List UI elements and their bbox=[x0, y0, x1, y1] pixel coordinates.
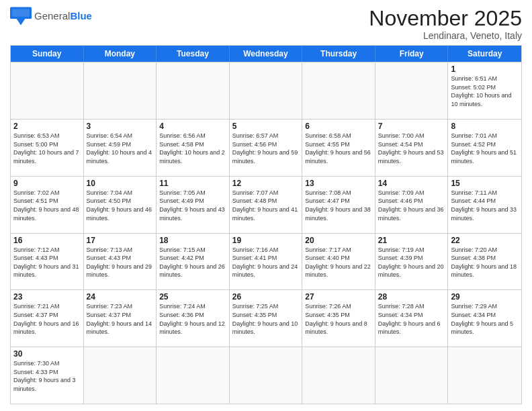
day-info: Sunrise: 7:30 AM Sunset: 4:33 PM Dayligh… bbox=[13, 359, 81, 393]
day-info: Sunrise: 7:09 AM Sunset: 4:46 PM Dayligh… bbox=[378, 189, 445, 222]
day-number: 28 bbox=[378, 292, 445, 302]
empty-cell bbox=[230, 62, 303, 119]
empty-cell bbox=[302, 62, 375, 119]
day-number: 1 bbox=[451, 64, 519, 74]
day-cell: 17Sunrise: 7:13 AM Sunset: 4:43 PM Dayli… bbox=[84, 234, 157, 290]
weekday-header: Sunday bbox=[11, 46, 84, 62]
day-number: 17 bbox=[87, 236, 154, 245]
day-info: Sunrise: 7:08 AM Sunset: 4:47 PM Dayligh… bbox=[305, 189, 372, 222]
weekday-header: Saturday bbox=[448, 46, 521, 62]
day-cell: 11Sunrise: 7:05 AM Sunset: 4:49 PM Dayli… bbox=[157, 177, 230, 233]
day-number: 5 bbox=[232, 122, 300, 131]
weekday-header: Thursday bbox=[302, 46, 375, 62]
calendar-row: 9Sunrise: 7:02 AM Sunset: 4:51 PM Daylig… bbox=[11, 176, 521, 233]
weekday-header: Wednesday bbox=[230, 46, 303, 62]
calendar-row: 23Sunrise: 7:21 AM Sunset: 4:37 PM Dayli… bbox=[11, 289, 521, 347]
day-info: Sunrise: 6:51 AM Sunset: 5:02 PM Dayligh… bbox=[451, 75, 519, 108]
day-cell: 30Sunrise: 7:30 AM Sunset: 4:33 PM Dayli… bbox=[11, 347, 84, 404]
day-cell: 6Sunrise: 6:58 AM Sunset: 4:55 PM Daylig… bbox=[302, 120, 375, 176]
logo-text: GeneralBlue bbox=[34, 11, 92, 22]
day-info: Sunrise: 7:21 AM Sunset: 4:37 PM Dayligh… bbox=[13, 302, 81, 336]
empty-cell bbox=[11, 62, 84, 119]
day-cell: 14Sunrise: 7:09 AM Sunset: 4:46 PM Dayli… bbox=[375, 177, 449, 233]
day-info: Sunrise: 7:29 AM Sunset: 4:34 PM Dayligh… bbox=[451, 302, 519, 336]
day-info: Sunrise: 7:23 AM Sunset: 4:37 PM Dayligh… bbox=[87, 302, 154, 336]
day-info: Sunrise: 7:12 AM Sunset: 4:43 PM Dayligh… bbox=[13, 246, 81, 279]
day-cell: 23Sunrise: 7:21 AM Sunset: 4:37 PM Dayli… bbox=[11, 290, 84, 347]
day-cell: 20Sunrise: 7:17 AM Sunset: 4:40 PM Dayli… bbox=[302, 234, 375, 290]
day-info: Sunrise: 6:58 AM Sunset: 4:55 PM Dayligh… bbox=[305, 132, 372, 165]
weekday-header: Monday bbox=[84, 46, 157, 62]
svg-marker-1 bbox=[17, 19, 26, 26]
day-cell: 12Sunrise: 7:07 AM Sunset: 4:48 PM Dayli… bbox=[230, 177, 303, 233]
day-cell: 27Sunrise: 7:26 AM Sunset: 4:35 PM Dayli… bbox=[302, 290, 375, 347]
day-number: 8 bbox=[451, 122, 519, 131]
day-info: Sunrise: 7:28 AM Sunset: 4:34 PM Dayligh… bbox=[378, 302, 445, 336]
day-cell: 10Sunrise: 7:04 AM Sunset: 4:50 PM Dayli… bbox=[84, 177, 157, 233]
empty-cell bbox=[448, 347, 521, 404]
day-cell: 8Sunrise: 7:01 AM Sunset: 4:52 PM Daylig… bbox=[448, 120, 521, 176]
day-number: 10 bbox=[87, 179, 154, 188]
day-info: Sunrise: 6:57 AM Sunset: 4:56 PM Dayligh… bbox=[232, 132, 300, 165]
logo: GeneralBlue bbox=[10, 7, 92, 26]
empty-cell bbox=[157, 347, 230, 404]
day-cell: 29Sunrise: 7:29 AM Sunset: 4:34 PM Dayli… bbox=[448, 290, 521, 347]
day-cell: 15Sunrise: 7:11 AM Sunset: 4:44 PM Dayli… bbox=[448, 177, 521, 233]
day-number: 16 bbox=[13, 236, 81, 245]
day-cell: 2Sunrise: 6:53 AM Sunset: 5:00 PM Daylig… bbox=[11, 120, 84, 176]
day-number: 27 bbox=[305, 292, 372, 302]
empty-cell bbox=[84, 62, 157, 119]
day-cell: 13Sunrise: 7:08 AM Sunset: 4:47 PM Dayli… bbox=[302, 177, 375, 233]
calendar-row: 1Sunrise: 6:51 AM Sunset: 5:02 PM Daylig… bbox=[11, 62, 521, 119]
day-info: Sunrise: 7:05 AM Sunset: 4:49 PM Dayligh… bbox=[159, 189, 226, 222]
day-number: 11 bbox=[159, 179, 226, 188]
day-cell: 7Sunrise: 7:00 AM Sunset: 4:54 PM Daylig… bbox=[375, 120, 449, 176]
svg-rect-2 bbox=[12, 9, 30, 17]
day-info: Sunrise: 7:17 AM Sunset: 4:40 PM Dayligh… bbox=[305, 246, 372, 279]
calendar-header: SundayMondayTuesdayWednesdayThursdayFrid… bbox=[11, 46, 521, 62]
empty-cell bbox=[157, 62, 230, 119]
day-cell: 18Sunrise: 7:15 AM Sunset: 4:42 PM Dayli… bbox=[157, 234, 230, 290]
day-number: 23 bbox=[13, 292, 81, 302]
day-number: 22 bbox=[451, 236, 519, 245]
day-info: Sunrise: 7:11 AM Sunset: 4:44 PM Dayligh… bbox=[451, 189, 519, 222]
day-number: 6 bbox=[305, 122, 372, 131]
day-info: Sunrise: 7:19 AM Sunset: 4:39 PM Dayligh… bbox=[378, 246, 445, 279]
day-number: 24 bbox=[87, 292, 154, 302]
day-info: Sunrise: 7:07 AM Sunset: 4:48 PM Dayligh… bbox=[232, 189, 300, 222]
page: GeneralBlue November 2025 Lendinara, Ven… bbox=[0, 0, 532, 411]
day-info: Sunrise: 7:25 AM Sunset: 4:35 PM Dayligh… bbox=[232, 302, 300, 336]
day-cell: 28Sunrise: 7:28 AM Sunset: 4:34 PM Dayli… bbox=[375, 290, 449, 347]
day-cell: 5Sunrise: 6:57 AM Sunset: 4:56 PM Daylig… bbox=[230, 120, 303, 176]
day-info: Sunrise: 7:13 AM Sunset: 4:43 PM Dayligh… bbox=[87, 246, 154, 279]
day-number: 20 bbox=[305, 236, 372, 245]
day-info: Sunrise: 6:56 AM Sunset: 4:58 PM Dayligh… bbox=[159, 132, 226, 165]
day-cell: 1Sunrise: 6:51 AM Sunset: 5:02 PM Daylig… bbox=[448, 62, 521, 119]
calendar-row: 30Sunrise: 7:30 AM Sunset: 4:33 PM Dayli… bbox=[11, 347, 521, 404]
weekday-header: Friday bbox=[375, 46, 449, 62]
day-number: 2 bbox=[13, 122, 81, 131]
day-cell: 26Sunrise: 7:25 AM Sunset: 4:35 PM Dayli… bbox=[230, 290, 303, 347]
day-cell: 22Sunrise: 7:20 AM Sunset: 4:38 PM Dayli… bbox=[448, 234, 521, 290]
logo-icon bbox=[10, 7, 32, 26]
day-info: Sunrise: 7:16 AM Sunset: 4:41 PM Dayligh… bbox=[232, 246, 300, 279]
calendar-body: 1Sunrise: 6:51 AM Sunset: 5:02 PM Daylig… bbox=[11, 62, 521, 404]
calendar-row: 2Sunrise: 6:53 AM Sunset: 5:00 PM Daylig… bbox=[11, 119, 521, 176]
day-info: Sunrise: 7:24 AM Sunset: 4:36 PM Dayligh… bbox=[159, 302, 226, 336]
day-info: Sunrise: 7:15 AM Sunset: 4:42 PM Dayligh… bbox=[159, 246, 226, 279]
day-number: 15 bbox=[451, 179, 519, 188]
day-info: Sunrise: 7:00 AM Sunset: 4:54 PM Dayligh… bbox=[378, 132, 445, 165]
day-number: 3 bbox=[87, 122, 154, 131]
title-block: November 2025 Lendinara, Veneto, Italy bbox=[369, 7, 522, 41]
calendar-row: 16Sunrise: 7:12 AM Sunset: 4:43 PM Dayli… bbox=[11, 233, 521, 290]
day-info: Sunrise: 6:53 AM Sunset: 5:00 PM Dayligh… bbox=[13, 132, 81, 165]
day-number: 29 bbox=[451, 292, 519, 302]
day-number: 26 bbox=[232, 292, 300, 302]
day-info: Sunrise: 7:02 AM Sunset: 4:51 PM Dayligh… bbox=[13, 189, 81, 222]
empty-cell bbox=[230, 347, 303, 404]
day-number: 7 bbox=[378, 122, 445, 131]
header: GeneralBlue November 2025 Lendinara, Ven… bbox=[10, 7, 522, 41]
day-cell: 4Sunrise: 6:56 AM Sunset: 4:58 PM Daylig… bbox=[157, 120, 230, 176]
day-cell: 24Sunrise: 7:23 AM Sunset: 4:37 PM Dayli… bbox=[84, 290, 157, 347]
day-info: Sunrise: 7:01 AM Sunset: 4:52 PM Dayligh… bbox=[451, 132, 519, 165]
